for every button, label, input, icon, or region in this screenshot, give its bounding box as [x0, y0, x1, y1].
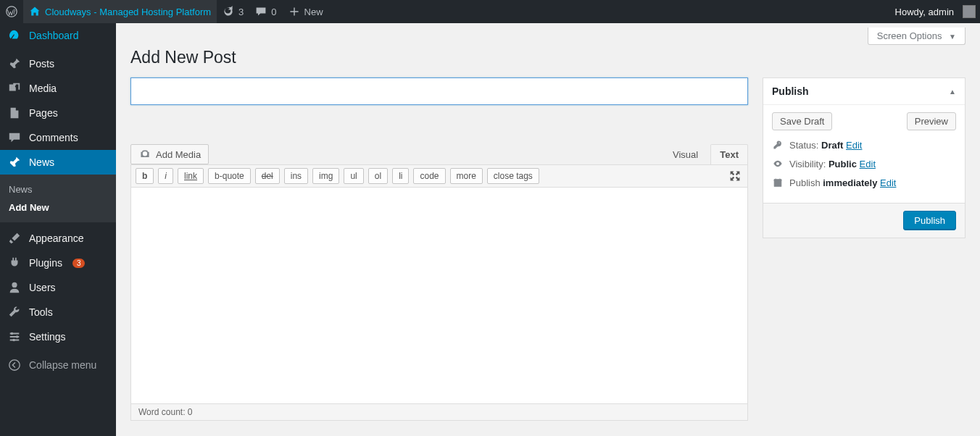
wrench-icon — [7, 305, 22, 319]
sidebar-label: Tools — [29, 306, 53, 318]
sidebar-item-dashboard[interactable]: Dashboard — [0, 23, 116, 48]
screen-options-label: Screen Options — [877, 30, 942, 41]
fullscreen-button[interactable] — [727, 168, 743, 184]
qt-italic[interactable]: i — [158, 168, 173, 184]
svg-point-3 — [16, 335, 19, 338]
qt-li[interactable]: li — [392, 168, 409, 184]
publish-button[interactable]: Publish — [903, 211, 956, 230]
qt-img[interactable]: img — [312, 168, 339, 184]
account-menu[interactable]: Howdy, admin — [889, 0, 980, 23]
plus-icon — [288, 6, 300, 17]
comments-link[interactable]: 0 — [249, 0, 282, 23]
svg-point-1 — [15, 85, 18, 88]
sidebar-item-appearance[interactable]: Appearance — [0, 226, 116, 251]
qt-ol[interactable]: ol — [368, 168, 388, 184]
sidebar-collapse[interactable]: Collapse menu — [0, 353, 116, 377]
edit-schedule-link[interactable]: Edit — [880, 177, 896, 188]
sidebar-submenu: News Add New — [0, 175, 116, 222]
qt-bquote[interactable]: b-quote — [208, 168, 251, 184]
qt-link[interactable]: link — [178, 168, 204, 184]
collapse-icon — [7, 358, 22, 372]
tab-visual[interactable]: Visual — [663, 144, 707, 164]
fullscreen-icon — [729, 170, 741, 182]
publish-box-header[interactable]: Publish ▲ — [763, 78, 965, 105]
schedule-line: Publish immediately Edit — [772, 177, 956, 188]
sidebar-label: Media — [29, 83, 57, 94]
publish-metabox: Publish ▲ Save Draft Preview Status: Dra… — [763, 77, 966, 238]
tab-text[interactable]: Text — [710, 144, 748, 164]
screen-options-toggle[interactable]: Screen Options ▼ — [868, 28, 966, 45]
key-icon — [772, 139, 784, 151]
sidebar-label: Comments — [29, 132, 78, 143]
status-line: Status: Draft Edit — [772, 139, 956, 151]
eye-icon — [772, 158, 784, 169]
media-icon — [138, 148, 151, 161]
add-media-label: Add Media — [156, 149, 201, 160]
qt-del[interactable]: del — [255, 168, 280, 184]
qt-close[interactable]: close tags — [487, 168, 539, 184]
sidebar-label: Dashboard — [29, 30, 79, 41]
sidebar-item-pages[interactable]: Pages — [0, 101, 116, 125]
chevron-down-icon: ▼ — [949, 33, 956, 41]
chevron-up-icon[interactable]: ▲ — [949, 88, 956, 96]
preview-button[interactable]: Preview — [907, 112, 956, 130]
word-count-label: Word count: — [138, 407, 188, 417]
publish-value: immediately — [823, 177, 877, 188]
editor-status-bar: Word count: 0 — [130, 404, 748, 421]
wp-logo[interactable] — [0, 0, 23, 23]
edit-visibility-link[interactable]: Edit — [860, 159, 876, 169]
sidebar-item-comments[interactable]: Comments — [0, 125, 116, 150]
status-value: Draft — [821, 140, 843, 151]
submenu-item-news[interactable]: News — [0, 180, 116, 198]
home-icon — [29, 6, 41, 17]
qt-code[interactable]: code — [413, 168, 445, 184]
post-title-input[interactable] — [130, 77, 748, 105]
svg-point-2 — [11, 332, 14, 335]
add-media-button[interactable]: Add Media — [130, 144, 209, 164]
pin-icon — [7, 155, 22, 169]
sidebar-label: Appearance — [29, 232, 84, 244]
visibility-line: Visibility: Public Edit — [772, 158, 956, 169]
svg-point-5 — [9, 360, 20, 370]
sidebar-item-plugins[interactable]: Plugins 3 — [0, 251, 116, 275]
qt-bold[interactable]: b — [136, 168, 154, 184]
sidebar-item-users[interactable]: Users — [0, 275, 116, 300]
plugins-update-badge: 3 — [72, 259, 86, 268]
sidebar-item-tools[interactable]: Tools — [0, 300, 116, 324]
refresh-icon — [223, 6, 234, 17]
sidebar-label: Posts — [29, 58, 54, 70]
sidebar-item-settings[interactable]: Settings — [0, 324, 116, 349]
publish-box-title: Publish — [772, 85, 809, 97]
sidebar-label: Pages — [29, 107, 58, 119]
content-area: Screen Options ▼ Add New Post Add Media … — [116, 23, 980, 436]
sidebar-item-news[interactable]: News — [0, 150, 116, 175]
brush-icon — [7, 231, 22, 246]
post-content-textarea[interactable] — [130, 187, 748, 404]
submenu-item-add-new[interactable]: Add New — [0, 198, 116, 217]
svg-point-4 — [12, 339, 15, 342]
qt-more[interactable]: more — [450, 168, 483, 184]
new-content-link[interactable]: New — [283, 0, 329, 23]
publish-label: Publish — [789, 177, 823, 188]
plug-icon — [7, 256, 22, 270]
dashboard-icon — [7, 28, 22, 43]
sidebar-item-posts[interactable]: Posts — [0, 51, 116, 76]
visibility-value: Public — [829, 159, 857, 169]
new-label: New — [304, 7, 323, 17]
calendar-icon — [772, 177, 784, 188]
site-name-link[interactable]: Cloudways - Managed Hosting Platform — [23, 0, 217, 23]
updates-link[interactable]: 3 — [217, 0, 249, 23]
sidebar-label: Settings — [29, 331, 66, 343]
qt-ins[interactable]: ins — [284, 168, 308, 184]
quicktags-toolbar: b i link b-quote del ins img ul ol li co… — [130, 164, 748, 187]
save-draft-button[interactable]: Save Draft — [772, 112, 832, 130]
sidebar-label: Collapse menu — [29, 359, 96, 371]
sidebar-item-media[interactable]: Media — [0, 76, 116, 101]
page-title: Add New Post — [130, 48, 966, 67]
sidebar-label: Plugins — [29, 257, 62, 269]
qt-ul[interactable]: ul — [344, 168, 363, 184]
edit-status-link[interactable]: Edit — [846, 140, 862, 151]
media-icon — [7, 81, 22, 96]
site-title-text: Cloudways - Managed Hosting Platform — [45, 7, 211, 17]
wordpress-icon — [6, 6, 17, 17]
